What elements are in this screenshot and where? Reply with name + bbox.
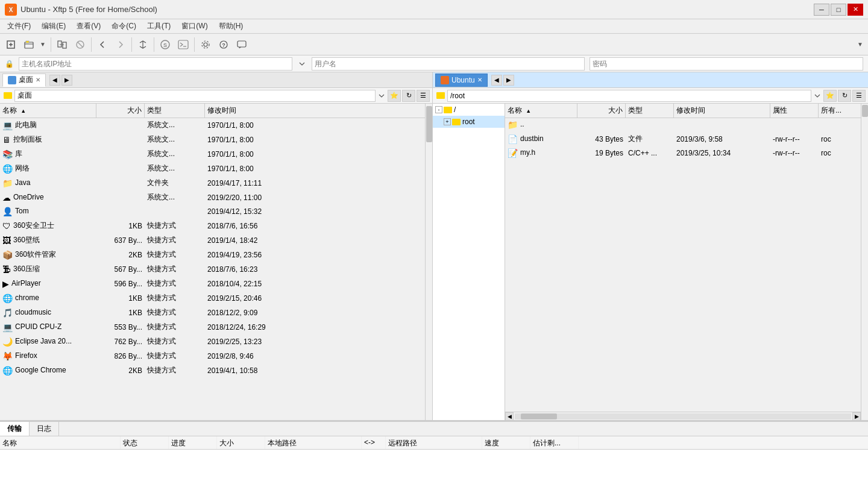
disconnect-button[interactable] <box>72 36 89 53</box>
left-file-row[interactable]: 💻CPUID CPU-Z 553 By... 快捷方式 2018/12/24, … <box>0 320 425 334</box>
right-file-row[interactable]: 📄dustbin 43 Bytes 文件 2019/3/6, 9:58 -rw-… <box>505 132 861 146</box>
left-file-row[interactable]: 👤Tom 2019/4/12, 15:32 <box>0 205 425 219</box>
h-scroll-track[interactable] <box>515 413 851 419</box>
left-file-row[interactable]: ☁OneDrive 系统文... 2019/2/20, 11:00 <box>0 190 425 205</box>
svg-point-18 <box>202 41 209 48</box>
right-header-name[interactable]: 名称 ▲ <box>505 104 577 118</box>
right-tree-panel[interactable]: - / + root <box>433 104 505 420</box>
right-scrollbar[interactable] <box>861 104 868 420</box>
transfer-button[interactable] <box>134 36 151 53</box>
sftp-icon[interactable]: S <box>157 36 174 53</box>
right-tab-forward[interactable]: ▶ <box>503 75 514 86</box>
right-path-input[interactable] <box>447 90 811 102</box>
right-file-attr: -rw-r--r-- <box>770 147 819 159</box>
right-header-owner[interactable]: 所有... <box>819 104 855 118</box>
password-input[interactable] <box>590 57 863 71</box>
left-path-folder-icon <box>2 90 13 101</box>
menu-help[interactable]: 帮助(H) <box>214 20 248 33</box>
left-file-name: 🖥控制面板 <box>0 133 96 146</box>
left-file-row[interactable]: 🖼360壁纸 637 By... 快捷方式 2019/1/4, 18:42 <box>0 233 425 248</box>
toolbar-more-button[interactable]: ▼ <box>855 36 866 53</box>
left-file-mtime: 2019/1/4, 18:42 <box>205 234 301 246</box>
menu-command[interactable]: 命令(C) <box>107 20 141 33</box>
left-bookmark-button[interactable]: ⭐ <box>388 90 401 102</box>
menu-edit[interactable]: 编辑(E) <box>37 20 71 33</box>
left-tab-back[interactable]: ◀ <box>49 75 60 86</box>
left-path-dropdown[interactable] <box>377 94 386 98</box>
left-file-row[interactable]: 📦360软件管家 2KB 快捷方式 2019/4/19, 23:56 <box>0 248 425 262</box>
h-scroll-left[interactable]: ◀ <box>505 412 514 421</box>
left-nav-button[interactable] <box>94 36 111 53</box>
minimize-button[interactable]: ─ <box>814 4 829 16</box>
bottom-tab-log[interactable]: 日志 <box>30 422 59 436</box>
left-scrollbar[interactable] <box>425 104 432 420</box>
right-file-row[interactable]: 📝my.h 19 Bytes C/C++ ... 2019/3/25, 10:3… <box>505 146 861 160</box>
left-file-row[interactable]: ▶AirPlayer 596 By... 快捷方式 2018/10/4, 22:… <box>0 277 425 291</box>
menu-window[interactable]: 窗口(W) <box>177 20 212 33</box>
help-button[interactable]: ? <box>215 36 232 53</box>
left-tab-forward[interactable]: ▶ <box>61 75 72 86</box>
left-refresh-button[interactable]: ↻ <box>402 90 415 102</box>
left-file-list[interactable]: 名称 ▲ 大小 类型 修改时间 💻此电脑 系统文... 1970/1/1, 8:… <box>0 104 425 420</box>
right-header-mtime[interactable]: 修改时间 <box>674 104 770 118</box>
settings-button[interactable] <box>197 36 214 53</box>
right-header-attr[interactable]: 属性 <box>770 104 819 118</box>
right-nav-button[interactable] <box>112 36 129 53</box>
left-file-row[interactable]: 🌐网络 系统文... 1970/1/1, 8:00 <box>0 162 425 176</box>
bottom-tab-transfer[interactable]: 传输 <box>0 422 30 436</box>
left-header-mtime[interactable]: 修改时间 <box>205 104 301 118</box>
left-file-row[interactable]: 🌐Google Chrome 2KB 快捷方式 2019/4/1, 10:58 <box>0 363 425 378</box>
right-file-list[interactable]: 名称 ▲ 大小 类型 修改时间 属性 所有... 📁.. 📄dustbin <box>505 104 861 412</box>
shell-button[interactable] <box>175 36 192 53</box>
right-tab-ubuntu[interactable]: Ubuntu ✕ <box>435 74 488 87</box>
left-file-row[interactable]: 🛡360安全卫士 1KB 快捷方式 2018/7/6, 16:56 <box>0 219 425 233</box>
left-header-size[interactable]: 大小 <box>96 104 145 118</box>
left-view-button[interactable]: ☰ <box>417 90 430 102</box>
menu-tools[interactable]: 工具(T) <box>142 20 175 33</box>
left-file-row[interactable]: 📚库 系统文... 1970/1/1, 8:00 <box>0 147 425 162</box>
right-bookmark-button[interactable]: ⭐ <box>823 90 837 102</box>
left-header-name[interactable]: 名称 ▲ <box>0 104 96 118</box>
left-file-row[interactable]: 📁Java 文件夹 2019/4/17, 11:11 <box>0 176 425 190</box>
h-scroll-right[interactable]: ▶ <box>852 412 861 421</box>
menu-file[interactable]: 文件(F) <box>2 20 36 33</box>
chat-button[interactable] <box>233 36 250 53</box>
new-session-button[interactable] <box>2 36 19 53</box>
file-icon: 📁 <box>2 178 13 188</box>
right-tab-close[interactable]: ✕ <box>477 77 482 83</box>
right-header-size[interactable]: 大小 <box>577 104 626 118</box>
tree-item-root-slash[interactable]: - / <box>433 104 505 116</box>
username-input[interactable] <box>312 57 585 71</box>
left-header-type[interactable]: 类型 <box>145 104 205 118</box>
left-file-row[interactable]: 🗜360压缩 567 By... 快捷方式 2018/7/6, 16:23 <box>0 262 425 277</box>
menu-view[interactable]: 查看(V) <box>72 20 105 33</box>
left-path-input[interactable] <box>14 90 376 102</box>
left-file-row[interactable]: 🌙Eclipse Java 20... 762 By... 快捷方式 2019/… <box>0 334 425 349</box>
open-session-button[interactable] <box>20 36 37 53</box>
right-file-row[interactable]: 📁.. <box>505 118 861 132</box>
right-refresh-button[interactable]: ↻ <box>838 90 851 102</box>
left-file-row[interactable]: 🖥控制面板 系统文... 1970/1/1, 8:00 <box>0 133 425 147</box>
left-tab-close[interactable]: ✕ <box>36 77 40 83</box>
open-session-dropdown[interactable]: ▼ <box>37 36 48 53</box>
left-file-mtime: 2019/2/15, 20:46 <box>205 292 301 304</box>
right-path-dropdown[interactable] <box>813 94 822 98</box>
right-view-button[interactable]: ☰ <box>852 90 866 102</box>
restore-button[interactable]: □ <box>831 4 846 16</box>
left-file-row[interactable]: 🦊Firefox 826 By... 快捷方式 2019/2/8, 9:46 <box>0 349 425 363</box>
left-file-row[interactable]: 🌐chrome 1KB 快捷方式 2019/2/15, 20:46 <box>0 291 425 306</box>
toolbar-separator-4 <box>154 37 154 52</box>
right-header-type[interactable]: 类型 <box>626 104 674 118</box>
tree-expand-slash[interactable]: - <box>435 106 442 113</box>
left-file-row[interactable]: 🎵cloudmusic 1KB 快捷方式 2018/12/2, 9:09 <box>0 306 425 320</box>
close-button[interactable]: ✕ <box>848 4 863 16</box>
host-input[interactable] <box>19 57 292 71</box>
tree-expand-root[interactable]: + <box>444 118 451 125</box>
tree-item-root[interactable]: + root <box>433 116 505 128</box>
transfer-settings-button[interactable] <box>54 36 71 53</box>
host-dropdown[interactable] <box>297 62 307 66</box>
right-tab-back[interactable]: ◀ <box>491 75 502 86</box>
right-h-scrollbar[interactable]: ◀ ▶ <box>505 412 861 420</box>
left-file-row[interactable]: 💻此电脑 系统文... 1970/1/1, 8:00 <box>0 118 425 133</box>
left-tab-desktop[interactable]: 桌面 ✕ <box>2 74 46 87</box>
